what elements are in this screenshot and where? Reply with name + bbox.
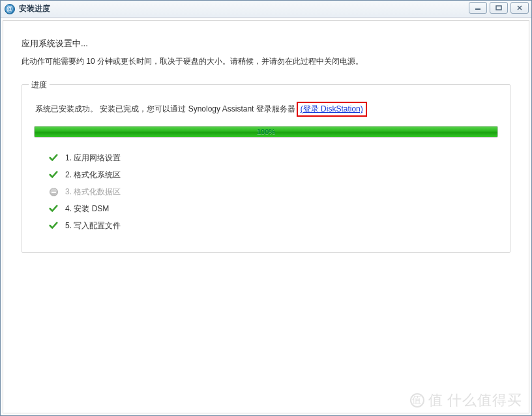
step-row: 5. 写入配置文件 xyxy=(48,217,499,234)
svg-rect-0 xyxy=(475,8,480,10)
progress-bar: 100% xyxy=(34,126,498,138)
check-icon xyxy=(48,220,59,231)
status-text: 系统已安装成功。 安装已完成，您可以通过 Synology Assistant … xyxy=(35,104,295,115)
step-label: 4. 安装 DSM xyxy=(65,203,109,215)
heading: 应用系统设置中... xyxy=(22,38,510,50)
fieldset-legend: 进度 xyxy=(29,80,50,91)
steps-list: 1. 应用网络设置2. 格式化系统区3. 格式化数据区4. 安装 DSM5. 写… xyxy=(48,149,499,234)
progress-label: 100% xyxy=(35,126,497,137)
step-label: 5. 写入配置文件 xyxy=(65,220,121,231)
step-row: 2. 格式化系统区 xyxy=(48,166,499,183)
step-row: 1. 应用网络设置 xyxy=(48,149,499,166)
status-line: 系统已安装成功。 安装已完成，您可以通过 Synology Assistant … xyxy=(35,102,497,117)
app-icon: @ xyxy=(5,4,15,14)
minimize-button[interactable] xyxy=(469,2,487,14)
close-button[interactable] xyxy=(510,2,529,14)
maximize-button[interactable] xyxy=(490,2,508,14)
login-diskstation-link[interactable]: (登录 DiskStation) xyxy=(297,102,367,117)
minimize-icon xyxy=(475,5,481,10)
step-label: 1. 应用网络设置 xyxy=(65,153,121,164)
installer-window: @ 安装进度 应用系统设置中... 此动作可能需要约 10 分钟或更长时间，取决… xyxy=(0,0,532,416)
check-icon xyxy=(48,170,59,180)
subtext: 此动作可能需要约 10 分钟或更长时间，取决于硬盘的大小。请稍候，并请勿在此过程… xyxy=(22,56,510,67)
check-icon xyxy=(48,203,59,214)
step-label: 2. 格式化系统区 xyxy=(65,170,121,181)
svg-rect-1 xyxy=(496,6,501,10)
close-icon xyxy=(516,5,523,10)
step-label: 3. 格式化数据区 xyxy=(65,186,121,198)
progress-fieldset: 进度 系统已安装成功。 安装已完成，您可以通过 Synology Assista… xyxy=(22,84,510,253)
check-icon xyxy=(48,153,59,163)
titlebar: @ 安装进度 xyxy=(1,1,531,18)
window-controls xyxy=(466,2,529,14)
content-area: 应用系统设置中... 此动作可能需要约 10 分钟或更长时间，取决于硬盘的大小。… xyxy=(3,20,529,413)
window-title: 安装进度 xyxy=(19,3,50,14)
maximize-icon xyxy=(495,5,502,10)
skip-icon xyxy=(48,186,59,197)
step-row: 4. 安装 DSM xyxy=(48,200,499,217)
step-row: 3. 格式化数据区 xyxy=(48,183,499,200)
